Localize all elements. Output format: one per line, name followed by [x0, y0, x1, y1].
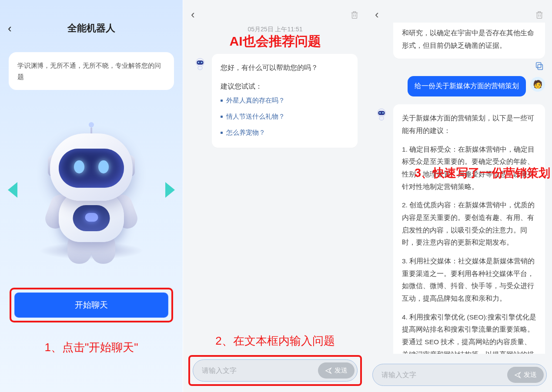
svg-point-12	[382, 112, 384, 113]
back-icon[interactable]: ‹	[191, 8, 195, 21]
user-avatar-icon: 🧑	[530, 77, 545, 92]
message-input[interactable]	[381, 371, 507, 379]
back-icon[interactable]: ‹	[375, 8, 379, 21]
annotation-step2-top: AI也会推荐问题	[183, 33, 367, 50]
user-message-bubble: 给一份关于新媒体方面的营销策划	[408, 76, 526, 96]
ai-reply-intro: 关于新媒体方面的营销策划，以下是一些可能有用的建议：	[402, 112, 536, 137]
intro-screen: ‹ 全能机器人 学识渊博，无所不通，无所不晓，专业解答您的问题 开始聊天 1、点…	[0, 0, 183, 392]
ai-reply-point: 3. 利用社交媒体：社交媒体是新媒体营销的重要渠道之一。要利用各种社交媒体平台，…	[402, 255, 536, 305]
suggestion-item[interactable]: 怎么养宠物？	[221, 125, 349, 141]
annotation-step2-bottom: 2、在文本框内输入问题	[183, 333, 367, 349]
annotation-step3: 3、快速写了一份营销策划	[415, 165, 550, 181]
bot-avatar-icon	[193, 56, 207, 71]
ai-message-row: 您好，有什么可以帮助您的吗？ 建议您试试： 外星人真的存在吗？ 情人节送什么礼物…	[183, 50, 367, 151]
ai-message-bubble: 和研究，以确定在宇宙中是否存在其他生命形式，但目前仍缺乏确凿的证据。	[393, 23, 545, 59]
message-input-bar: 发送	[372, 364, 547, 386]
svg-rect-7	[538, 65, 542, 70]
carousel-prev-icon[interactable]	[8, 182, 17, 198]
copy-icon[interactable]	[535, 61, 544, 71]
annotation-step1: 1、点击"开始聊天"	[0, 340, 183, 355]
trash-icon[interactable]	[350, 10, 359, 20]
svg-rect-2	[197, 60, 203, 64]
bot-avatar-icon	[374, 107, 389, 122]
trash-icon[interactable]	[535, 10, 544, 20]
svg-rect-8	[536, 63, 541, 68]
annotation-highlight-box: 发送	[188, 355, 362, 386]
annotation-highlight-box: 开始聊天	[10, 288, 173, 322]
ai-greeting-text: 您好，有什么可以帮助您的吗？	[221, 62, 349, 74]
suggestion-item[interactable]: 外星人真的存在吗？	[221, 93, 349, 109]
ai-reply-bubble: 关于新媒体方面的营销策划，以下是一些可能有用的建议： 1. 确定目标受众：在新媒…	[393, 104, 545, 354]
svg-rect-13	[379, 116, 384, 120]
input-bar-wrap: 发送	[372, 364, 547, 386]
ai-message-row: 关于新媒体方面的营销策划，以下是一些可能有用的建议： 1. 确定目标受众：在新媒…	[374, 104, 545, 354]
svg-rect-0	[352, 13, 357, 18]
suggestion-item[interactable]: 情人节送什么礼物？	[221, 109, 349, 125]
send-icon	[325, 367, 332, 374]
svg-rect-10	[378, 111, 385, 115]
back-icon[interactable]: ‹	[8, 22, 12, 35]
message-input-bar: 发送	[193, 359, 358, 382]
svg-point-11	[379, 112, 381, 113]
robot-illustration	[22, 107, 161, 272]
robot-carousel	[0, 99, 183, 281]
chat-scroll-area[interactable]: 和研究，以确定在宇宙中是否存在其他生命形式，但目前仍缺乏确凿的证据。 给一份关于…	[367, 20, 552, 354]
chat-screen-empty: ‹ 05月25日 上午11:51 AI也会推荐问题 您好，有什么可以帮助您的吗？…	[183, 0, 367, 392]
send-button[interactable]: 发送	[507, 367, 544, 383]
intro-description: 学识渊博，无所不通，无所不晓，专业解答您的问题	[9, 52, 174, 90]
ai-message-row: 和研究，以确定在宇宙中是否存在其他生命形式，但目前仍缺乏确凿的证据。	[374, 23, 545, 59]
send-button-label: 发送	[524, 371, 537, 379]
message-input[interactable]	[202, 367, 318, 375]
chat-screen-reply: ‹ 3、快速写了一份营销策划 和研究，以确定在宇宙中是否存在其他生命形式，但目前…	[367, 0, 552, 392]
svg-rect-6	[537, 13, 542, 18]
ai-reply-point: 4. 利用搜索引擎优化 (SEO):搜索引擎优化是提高网站排名和搜索引擎流量的重…	[402, 311, 536, 354]
start-chat-button[interactable]: 开始聊天	[14, 292, 168, 318]
carousel-next-icon[interactable]	[165, 182, 175, 198]
intro-header: ‹ 全能机器人	[0, 0, 183, 40]
chat-header: ‹	[183, 0, 367, 23]
svg-point-4	[201, 62, 202, 63]
ai-welcome-bubble: 您好，有什么可以帮助您的吗？ 建议您试试： 外星人真的存在吗？ 情人节送什么礼物…	[212, 54, 358, 148]
send-button[interactable]: 发送	[318, 362, 355, 379]
user-message-row: 给一份关于新媒体方面的营销策划 🧑	[374, 76, 545, 96]
ai-reply-point: 2. 创造优质内容：在新媒体营销中，优质的内容是至关重要的。要创造有趣、有用、有…	[402, 199, 536, 249]
send-icon	[514, 372, 521, 379]
suggestion-header: 建议您试试：	[221, 80, 349, 93]
page-title: 全能机器人	[67, 22, 115, 35]
svg-rect-5	[198, 66, 202, 70]
svg-point-3	[198, 62, 199, 63]
send-button-label: 发送	[335, 366, 348, 375]
